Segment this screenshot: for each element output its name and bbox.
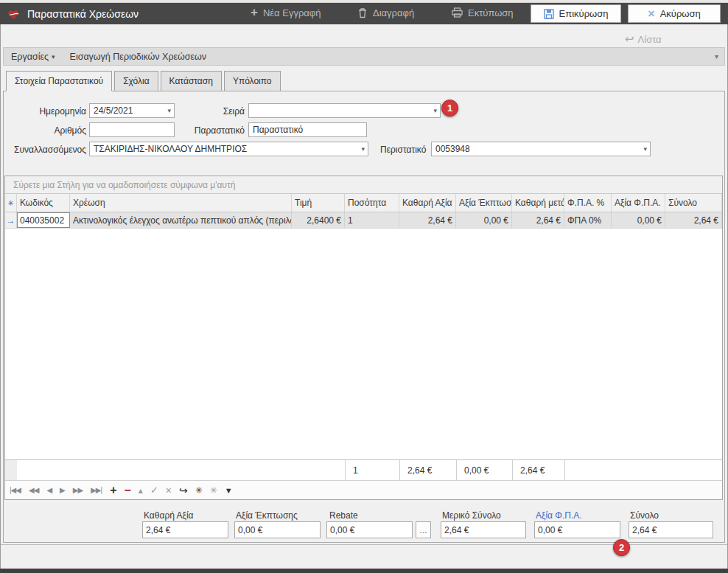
cell-net-after[interactable]: 2,64 € [512, 212, 564, 228]
grid-footer-row: 1 2,64 € 0,00 € 2,64 € [5, 459, 722, 480]
date-value: 24/5/2021 [94, 105, 133, 116]
nav-edit-icon[interactable]: ▴ [139, 485, 142, 496]
column-header-code[interactable]: Κωδικός [17, 194, 70, 212]
series-combo[interactable]: ▾ [248, 103, 441, 118]
footer-empty [612, 460, 665, 480]
rebate-label: Rebate [329, 510, 358, 521]
nav-post-icon[interactable]: ✓ [150, 485, 158, 496]
column-header-vat-pct[interactable]: Φ.Π.Α. % [564, 194, 612, 212]
column-header-discount-value[interactable]: Αξία Έκπτωσι [456, 194, 512, 212]
print-button[interactable]: Εκτύπωση [452, 4, 514, 21]
printer-icon [452, 7, 463, 18]
cell-discount-value[interactable]: 0,00 € [456, 212, 512, 228]
nav-delete-icon[interactable]: − [125, 484, 130, 497]
rebate-more-button[interactable]: … [416, 521, 431, 538]
nav-last-button[interactable]: ▶▶| [91, 486, 102, 494]
grand-total-field[interactable]: 2,64 € [629, 521, 713, 538]
new-record-label: Νέα Εγγραφή [263, 7, 321, 18]
incident-combo[interactable]: 0053948 ▾ [431, 142, 651, 156]
document-input[interactable]: Παραστατικό [248, 122, 367, 137]
menu-import-label: Εισαγωγή Περιοδικών Χρεώσεων [70, 52, 207, 62]
menu-import-periodic-charges[interactable]: Εισαγωγή Περιοδικών Χρεώσεων [63, 48, 214, 65]
nav-goto-bookmark-icon[interactable]: ✳ [210, 485, 217, 496]
tab-label: Σχόλια [123, 76, 149, 86]
tab-strip: Στοιχεία Παραστατικού Σχόλια Κατάσταση Υ… [6, 71, 283, 91]
cell-vat-pct[interactable]: ΦΠΑ 0% [564, 212, 612, 228]
row-indicator-header-icon[interactable]: ✳ [5, 194, 17, 212]
cell-charge[interactable]: Ακτινολογικός έλεγχος ανωτέρω πεπτικού α… [70, 212, 292, 228]
menubar-dropdown-icon[interactable]: ▾ [715, 52, 718, 60]
net-total-field[interactable]: 2,64 € [142, 521, 228, 538]
column-header-net-value[interactable]: Καθαρή Αξία [399, 194, 456, 212]
date-combo[interactable]: 24/5/2021 ▾ [89, 103, 175, 118]
back-arrow-icon: ↩ [625, 32, 634, 46]
window-title: Παραστατικά Χρεώσεων [27, 8, 139, 20]
footer-empty [70, 460, 292, 480]
number-input[interactable] [89, 122, 175, 137]
grid-group-panel[interactable]: Σύρετε μια Στήλη για να ομαδοποιήσετε σύ… [5, 176, 722, 194]
tab-document-details[interactable]: Στοιχεία Παραστατικού [6, 71, 112, 91]
nav-next-page-button[interactable]: ▶▶ [73, 486, 83, 494]
discount-total-field[interactable]: 0,00 € [234, 521, 321, 538]
tab-comments[interactable]: Σχόλια [114, 71, 158, 91]
grid-empty-area[interactable] [5, 229, 722, 459]
column-header-quantity[interactable]: Ποσότητα [345, 194, 399, 212]
table-row[interactable]: → 040035002 Ακτινολογικός έλεγχος ανωτέρ… [5, 212, 722, 229]
nav-prev-button[interactable]: ◀ [46, 486, 52, 494]
document-label: Παραστατικό [184, 125, 245, 136]
chevron-down-icon[interactable]: ▾ [433, 107, 437, 114]
cell-net-value[interactable]: 2,64 € [399, 212, 456, 228]
nav-cancel-icon[interactable]: × [166, 485, 171, 496]
grand-total-label: Σύνολο [630, 510, 659, 521]
cell-code[interactable]: 040035002 [17, 212, 70, 228]
app-window: Παραστατικά Χρεώσεων – □ × ↩ Λίστα Εργασ… [0, 0, 728, 573]
column-header-price[interactable]: Τιμή [292, 194, 345, 212]
incident-label: Περιστατικό [380, 145, 426, 155]
tab-status[interactable]: Κατάσταση [161, 71, 222, 91]
row-indicator-arrow-icon: → [5, 212, 17, 228]
list-button[interactable]: ↩ Λίστα [625, 32, 662, 46]
footer-indicator-cell [5, 460, 17, 480]
vat-total-field[interactable]: 0,00 € [534, 521, 620, 538]
column-header-net-after[interactable]: Καθαρή μετά [512, 194, 564, 212]
delete-button[interactable]: Διαγραφή [357, 4, 414, 21]
window-bottom-edge [0, 569, 728, 573]
annotation-badge-1: 1 [441, 100, 458, 117]
cell-total[interactable]: 2,64 € [665, 212, 722, 228]
subtotal-field[interactable]: 2,64 € [441, 521, 526, 538]
column-header-vat-value[interactable]: Αξία Φ.Π.Α. [612, 194, 665, 212]
nav-prev-page-button[interactable]: ◀◀ [29, 486, 38, 494]
chevron-down-icon[interactable]: ▾ [643, 145, 647, 153]
column-header-total[interactable]: Σύνολο [665, 194, 722, 212]
nav-refresh-icon[interactable]: ↪ [179, 485, 187, 496]
nav-filter-icon[interactable]: ▼ [225, 486, 232, 495]
cell-price[interactable]: 2,6400 € [292, 212, 345, 228]
column-header-charge[interactable]: Χρέωση [70, 194, 292, 212]
chevron-down-icon: ▾ [52, 53, 55, 60]
confirm-button[interactable]: Επικύρωση [531, 4, 621, 23]
footer-sum-net: 2,64 € [399, 460, 456, 480]
document-value: Παραστατικό [253, 125, 303, 135]
date-label: Ημερομηνία [15, 106, 86, 117]
menu-tasks[interactable]: Εργασίες ▾ [4, 48, 63, 65]
footer-sum-discount: 0,00 € [456, 460, 512, 480]
footer-empty [292, 460, 345, 480]
nav-append-icon[interactable]: + [110, 484, 116, 497]
cancel-button[interactable]: × Ακύρωση [628, 4, 721, 23]
rebate-field[interactable]: 0,00 € [326, 521, 413, 538]
footer-empty [665, 460, 722, 480]
cell-quantity[interactable]: 1 [345, 212, 399, 228]
nav-bookmark-icon[interactable]: ✳ [195, 485, 202, 496]
chevron-down-icon[interactable]: ▾ [167, 107, 171, 114]
vat-total-label[interactable]: Αξία Φ.Π.Α. [536, 510, 582, 521]
tab-balance[interactable]: Υπόλοιπο [224, 71, 281, 91]
trader-combo[interactable]: ΤΣΑΚΙΡΙΔΗΣ-ΝΙΚΟΛΑΟΥ ΔΗΜΗΤΡΙΟΣ ▾ [89, 142, 368, 156]
new-record-button[interactable]: + Νέα Εγγραφή [251, 4, 321, 21]
nav-first-button[interactable]: |◀◀ [10, 486, 21, 494]
chevron-down-icon[interactable]: ▾ [361, 145, 365, 153]
charges-grid: Σύρετε μια Στήλη για να ομαδοποιήσετε σύ… [4, 176, 723, 500]
menu-tasks-label: Εργασίες [11, 52, 49, 62]
cancel-x-icon: × [648, 8, 654, 20]
cell-vat-value[interactable]: 0,00 € [612, 212, 665, 228]
nav-next-button[interactable]: ▶ [60, 486, 65, 494]
